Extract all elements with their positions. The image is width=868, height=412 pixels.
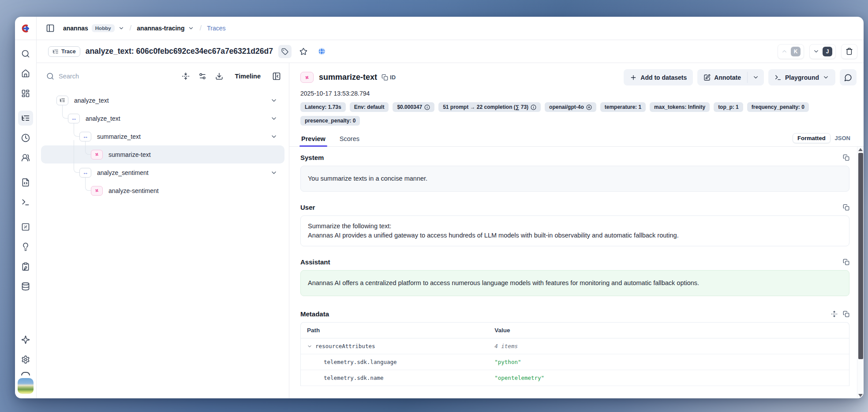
generation-flower-icon bbox=[94, 152, 100, 157]
cost-badge[interactable]: $0.000347 bbox=[393, 102, 434, 112]
sidebar-item-annotation-queues[interactable] bbox=[18, 259, 33, 274]
download-button[interactable] bbox=[215, 72, 223, 80]
org-switcher-chevron[interactable] bbox=[118, 25, 124, 31]
terminal-icon bbox=[21, 198, 30, 207]
generation-flower-icon bbox=[94, 188, 100, 193]
collapse-node-chevron[interactable] bbox=[270, 169, 277, 176]
tokens-badge[interactable]: 51 prompt → 22 completion (∑ 73) bbox=[438, 102, 541, 112]
sidebar-item-datasets[interactable] bbox=[18, 279, 33, 294]
annotate-button[interactable]: Annotate bbox=[697, 69, 747, 85]
copy-icon bbox=[843, 154, 849, 161]
list-tree-icon bbox=[60, 97, 65, 103]
playground-button[interactable]: Playground bbox=[768, 69, 835, 85]
file-code-icon bbox=[21, 178, 30, 187]
copy-metadata-button[interactable] bbox=[843, 311, 849, 317]
metadata-row[interactable]: telemetry.sdk.language "python" bbox=[301, 354, 849, 370]
plan-badge: Hobby bbox=[92, 24, 115, 32]
sidebar-item-llm-judge[interactable] bbox=[18, 239, 33, 254]
metadata-table-header: Path Value bbox=[301, 323, 849, 338]
copy-system-button[interactable] bbox=[843, 154, 849, 161]
sidebar-item-settings[interactable] bbox=[18, 352, 33, 367]
tree-connector bbox=[74, 158, 79, 173]
chevron-down-icon bbox=[118, 25, 124, 31]
collapse-panel-button[interactable] bbox=[272, 72, 281, 81]
model-badge[interactable]: openai/gpt-4o bbox=[545, 102, 596, 112]
copy-user-button[interactable] bbox=[843, 204, 849, 211]
next-trace-button[interactable]: J bbox=[809, 44, 836, 59]
sidebar-item-playground[interactable] bbox=[18, 195, 33, 210]
tab-preview[interactable]: Preview bbox=[300, 135, 326, 146]
playground-label: Playground bbox=[785, 74, 819, 81]
delete-trace-button[interactable] bbox=[841, 44, 857, 59]
system-message: You summarize texts in a concise manner. bbox=[300, 166, 849, 192]
tree-row-span[interactable]: ↔ summarize_text bbox=[41, 127, 284, 145]
sidebar-item-upgrade[interactable] bbox=[18, 332, 33, 347]
chevron-down-icon bbox=[307, 344, 312, 349]
breadcrumb-org[interactable]: anannas bbox=[63, 25, 88, 32]
square-pen-icon bbox=[703, 74, 711, 81]
sidebar-toggle-button[interactable] bbox=[44, 22, 57, 35]
tree-row-trace[interactable]: analyze_text bbox=[41, 91, 284, 109]
scroll-up-arrow[interactable] bbox=[858, 148, 863, 151]
system-heading: System bbox=[300, 154, 324, 161]
tag-icon bbox=[281, 48, 288, 55]
sidebar-item-evaluations[interactable] bbox=[18, 219, 33, 234]
scroll-down-arrow[interactable] bbox=[858, 394, 863, 397]
public-share-button[interactable] bbox=[315, 45, 329, 58]
breadcrumb-section-traces[interactable]: Traces bbox=[207, 25, 225, 32]
collapse-node-chevron[interactable] bbox=[270, 133, 277, 140]
copy-icon bbox=[843, 204, 849, 211]
breadcrumb: anannas Hobby / anannas-tracing / Traces bbox=[63, 24, 225, 33]
scrollbar-thumb[interactable] bbox=[858, 153, 863, 359]
format-option-json[interactable]: JSON bbox=[835, 135, 850, 141]
user-avatar[interactable] bbox=[18, 378, 34, 394]
topbar-main: anannas Hobby / anannas-tracing / Traces bbox=[37, 17, 864, 40]
metadata-row[interactable]: telemetry.sdk.name "opentelemetry" bbox=[301, 370, 849, 386]
app-logo[interactable] bbox=[15, 17, 37, 40]
project-switcher-chevron[interactable] bbox=[188, 25, 194, 31]
sidebar-item-prompts[interactable] bbox=[18, 175, 33, 190]
sidebar-item-search[interactable] bbox=[18, 46, 33, 61]
format-option-formatted[interactable]: Formatted bbox=[793, 133, 831, 143]
timeline-toggle[interactable]: Timeline bbox=[232, 73, 263, 80]
panel-close-icon bbox=[272, 72, 281, 81]
add-to-datasets-button[interactable]: Add to datasets bbox=[624, 69, 693, 85]
chevron-down-icon bbox=[270, 169, 277, 176]
tree-row-span[interactable]: ↔ analyze_sentiment bbox=[41, 163, 284, 182]
sidebar-item-sessions[interactable] bbox=[18, 130, 33, 145]
chevron-down-icon bbox=[270, 115, 277, 122]
view-settings-button[interactable] bbox=[198, 72, 206, 80]
tab-scores[interactable]: Scores bbox=[339, 135, 360, 146]
plus-icon bbox=[630, 74, 637, 81]
tree-node-label: analyze_text bbox=[86, 115, 120, 122]
metadata-col-value: Value bbox=[494, 327, 843, 334]
tree-node-label: analyze-sentiment bbox=[108, 187, 159, 194]
breadcrumb-project[interactable]: anannas-tracing bbox=[137, 25, 184, 32]
metadata-key: telemetry.sdk.language bbox=[307, 359, 494, 365]
tree-search[interactable] bbox=[46, 72, 173, 80]
bookmark-star-button[interactable] bbox=[297, 45, 310, 58]
vertical-scrollbar[interactable] bbox=[857, 147, 864, 398]
tree-row-generation[interactable]: analyze-sentiment bbox=[41, 182, 284, 200]
prev-trace-button[interactable]: K bbox=[778, 44, 804, 59]
detail-actions: Add to datasets Annotate bbox=[624, 69, 857, 85]
copy-id-button[interactable]: ID bbox=[382, 74, 396, 81]
expand-metadata-button[interactable] bbox=[831, 311, 838, 317]
tags-button[interactable] bbox=[278, 45, 292, 58]
metadata-row-group[interactable]: resourceAttributes 4 items bbox=[301, 338, 849, 354]
chevron-down-icon bbox=[270, 97, 277, 104]
app-window: anannas Hobby / anannas-tracing / Traces bbox=[15, 17, 864, 398]
collapse-all-button[interactable] bbox=[182, 72, 190, 80]
search-input[interactable] bbox=[59, 73, 120, 80]
sidebar-item-home[interactable] bbox=[18, 66, 33, 81]
annotate-menu-chevron[interactable] bbox=[748, 69, 764, 85]
collapse-node-chevron[interactable] bbox=[270, 97, 277, 104]
collapse-node-chevron[interactable] bbox=[270, 115, 277, 122]
sidebar-item-tracing[interactable] bbox=[18, 111, 33, 126]
comments-button[interactable] bbox=[840, 69, 857, 85]
tree-node-label: analyze_sentiment bbox=[97, 169, 149, 176]
copy-assistant-button[interactable] bbox=[843, 259, 849, 265]
sidebar-item-users[interactable] bbox=[18, 150, 33, 165]
star-icon bbox=[299, 48, 307, 56]
sidebar-item-dashboard[interactable] bbox=[18, 86, 33, 101]
